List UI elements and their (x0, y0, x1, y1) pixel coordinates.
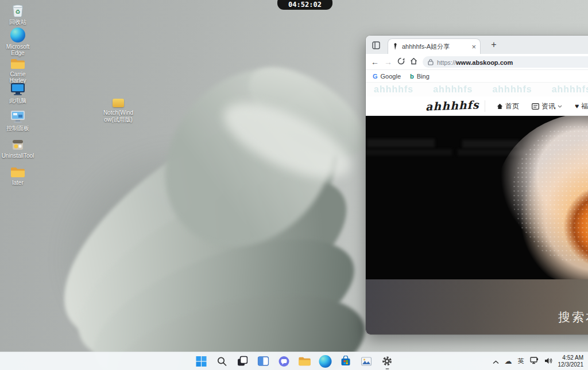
photos-app-icon (361, 357, 372, 366)
desktop-icon-control-panel[interactable]: 控制面板 (1, 108, 34, 131)
volume-icon[interactable] (544, 356, 552, 367)
tray-chevron-up-button[interactable] (493, 356, 499, 367)
browser-toolbar: ← → https://www.abskoop.com (366, 54, 588, 70)
header-divider (485, 100, 485, 112)
clock-overlay-time: 04:52:02 (288, 1, 322, 9)
bookmark-label: Google (381, 73, 401, 80)
home-button[interactable] (410, 57, 417, 67)
desktop-icon-folder-carrie-harley[interactable]: Carrie Harley (1, 54, 34, 84)
settings-button[interactable] (379, 353, 396, 369)
nav-item-welfare[interactable]: ♥ 福利 (575, 102, 588, 111)
tab-strip: ahhhhfs-A姐分享 × + (366, 36, 588, 54)
lock-icon[interactable] (428, 59, 434, 65)
ime-language-indicator[interactable]: 英 (518, 357, 524, 365)
desktop-icon-recycle-bin[interactable]: ♻ 回收站 (1, 2, 34, 25)
folder-icon (10, 162, 25, 178)
windows-logo-icon (195, 356, 207, 367)
address-bar[interactable]: https://www.abskoop.com (423, 56, 588, 68)
taskbar-time: 4:52 AM (558, 355, 584, 361)
hero-bottom-band: 搜索本 (366, 279, 588, 334)
notchwindow-icon (113, 99, 124, 107)
recycle-bin-icon: ♻ (11, 2, 24, 18)
tab-close-icon[interactable]: × (471, 43, 476, 50)
news-icon (532, 103, 539, 110)
google-icon: G (373, 73, 378, 80)
chat-icon (278, 356, 289, 367)
edge-taskbar-button[interactable] (317, 353, 334, 369)
this-pc-icon (10, 80, 25, 96)
desktop-icon-notchwindow[interactable]: Notch(Wind ow(试用版) (92, 99, 145, 123)
start-button[interactable] (193, 353, 210, 369)
forward-button[interactable]: → (384, 58, 392, 66)
page-watermark-band: ahhhhfs ahhhhfs ahhhhfs ahhhhfs (366, 83, 588, 96)
desktop: 04:52:02 ♻ 回收站 Microsoft Edge Carrie Har… (0, 0, 588, 370)
desktop-icon-label: 控制面板 (6, 125, 29, 131)
widgets-icon (257, 356, 269, 366)
taskbar-clock[interactable]: 4:52 AM 12/3/2021 (558, 355, 584, 368)
system-tray: ☁ 英 4:52 AM 12/3/2021 (493, 352, 584, 370)
desktop-icon-edge[interactable]: Microsoft Edge (1, 26, 34, 56)
site-logo[interactable]: ahhhhfs (425, 98, 479, 112)
onedrive-cloud-icon[interactable]: ☁ (505, 357, 512, 365)
file-explorer-icon (298, 356, 311, 367)
bookmark-bing[interactable]: b Bing (410, 73, 430, 80)
taskbar: ☁ 英 4:52 AM 12/3/2021 (0, 352, 588, 370)
control-panel-icon (10, 108, 25, 124)
microsoft-store-button[interactable] (338, 353, 354, 369)
bookmark-google[interactable]: G Google (373, 73, 401, 80)
desktop-icon-folder-later[interactable]: later (1, 162, 34, 186)
nav-item-home[interactable]: 首页 (497, 102, 519, 111)
desktop-icon-label: UninstallTool (2, 153, 34, 159)
desktop-icon-label: later (12, 180, 23, 186)
refresh-button[interactable] (397, 57, 405, 67)
file-explorer-button[interactable] (296, 353, 313, 369)
task-view-icon (237, 356, 248, 367)
nav-label: 资讯 (541, 102, 555, 111)
desktop-icon-uninstall-tool[interactable]: UninstallTool (1, 135, 34, 159)
tab-actions-menu-button[interactable] (371, 40, 381, 50)
widgets-button[interactable] (255, 353, 272, 369)
home-icon (497, 103, 503, 110)
edge-icon (10, 26, 25, 42)
url-host: www.abskoop.com (456, 59, 513, 66)
back-button[interactable]: ← (371, 58, 379, 66)
notchwindow-label-line1: Notch(Wind (103, 110, 133, 116)
hero-search-text: 搜索本 (558, 309, 588, 325)
new-tab-button[interactable]: + (488, 38, 500, 51)
nav-label: 福利 (581, 102, 588, 111)
hero-faint-text (366, 149, 452, 155)
uninstall-tool-icon (11, 135, 25, 151)
search-button[interactable] (214, 353, 230, 369)
hero-faint-text (367, 139, 435, 147)
webpage: ahhhhfs ahhhhfs ahhhhfs ahhhhfs ahhhhfs … (366, 83, 588, 334)
bookmarks-bar: G Google b Bing (366, 70, 588, 83)
bookmark-label: Bing (417, 73, 430, 80)
nav-item-news[interactable]: 资讯 (532, 102, 562, 111)
site-header: ahhhhfs 首页 资讯 (366, 96, 588, 116)
notchwindow-label-line2: ow(试用版) (104, 116, 132, 123)
watermark-text: ahhhhfs (492, 84, 532, 95)
network-ethernet-icon[interactable] (530, 356, 539, 367)
chevron-down-icon (558, 105, 562, 108)
browser-tab[interactable]: ahhhhfs-A姐分享 × (388, 38, 481, 54)
taskbar-date: 12/3/2021 (558, 361, 584, 368)
task-view-button[interactable] (234, 353, 251, 369)
nav-label: 首页 (505, 102, 519, 111)
bing-icon: b (410, 73, 414, 80)
photos-app-button[interactable] (358, 353, 375, 369)
store-icon (341, 356, 351, 367)
watermark-text: ahhhhfs (374, 84, 413, 95)
url-protocol: https:// (437, 59, 456, 66)
tab-title: ahhhhfs-A姐分享 (402, 42, 468, 51)
desktop-icon-label: 回收站 (9, 19, 26, 25)
svg-text:♻: ♻ (16, 9, 21, 15)
tab-favicon (392, 43, 399, 50)
desktop-icon-this-pc[interactable]: 此电脑 (1, 80, 34, 104)
taskbar-center-icons (193, 353, 396, 369)
site-nav: 首页 资讯 ♥ (497, 96, 588, 116)
folder-icon (10, 54, 25, 70)
watermark-text: ahhhhfs (433, 84, 473, 95)
gear-icon (382, 356, 393, 367)
chat-button[interactable] (276, 353, 292, 369)
clock-overlay: 04:52:02 (277, 0, 332, 10)
